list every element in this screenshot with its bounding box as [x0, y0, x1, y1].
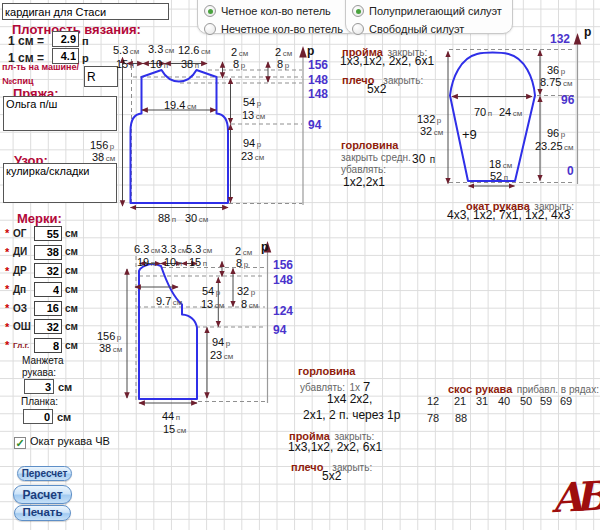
machine-gauge-input[interactable] [84, 66, 118, 87]
cuff-input[interactable] [24, 379, 54, 394]
band-input[interactable] [23, 409, 53, 424]
back-armhole-note-values: 1x3,1x2, 2x2, 6x1 [340, 55, 434, 69]
gauge-row1-label: 1 см = [8, 35, 44, 49]
stitch-parity-group: Четное кол-во петель Нечетное кол-во пет… [197, 0, 358, 34]
sleeve-cap-checkbox[interactable]: ✓Окат рукава ЧВ [14, 431, 110, 449]
measurement-label: ОЗ [13, 303, 34, 315]
dim-label: 15см [163, 420, 186, 436]
dim-label: 19п [137, 253, 155, 269]
measurement-label: ДИ [13, 246, 34, 258]
gauge-row1-unit: п [82, 35, 89, 48]
front-neck-note-title: горловина [298, 365, 355, 378]
dim-label: 8см [241, 295, 258, 311]
print-button[interactable]: Печать [14, 505, 71, 521]
required-asterisk: * [5, 321, 13, 334]
pattern-textarea[interactable]: кулирка/складки [3, 163, 117, 203]
dim-label: 15п [189, 253, 207, 269]
dim-label: 38п [181, 55, 199, 71]
recalculate-button[interactable]: Пересчет [17, 466, 72, 481]
yarn-textarea[interactable]: Ольга п/ш [3, 96, 117, 131]
measurement-unit: см [65, 265, 78, 277]
back-piece-outline [131, 70, 229, 203]
measurement-row: * Дп см [5, 282, 78, 297]
slope-row-number: 78 [427, 412, 439, 425]
dim-label: 96 [561, 91, 574, 107]
required-asterisk: * [5, 283, 13, 296]
dim-label: 148 [273, 271, 293, 287]
radio-label: Четное кол-во петель [221, 5, 331, 17]
dim-label: 10п [150, 55, 168, 71]
dim-label: 3.3см [148, 40, 174, 56]
sleeve-cap-note-values: 4x3, 1x2, 7x1, 1x2, 4x3 [447, 209, 570, 223]
dim-label: 8р [233, 55, 245, 71]
radio-icon [204, 5, 216, 17]
slope-row-number: 59 [540, 395, 552, 408]
measurements-list: * ОГ см * ДИ см * ДР см * Дп см * ОЗ см … [5, 226, 78, 357]
required-asterisk: * [5, 246, 13, 259]
dim-label: 94 [308, 116, 321, 132]
calculate-button[interactable]: Расчет [13, 485, 72, 504]
gauge-stitches-input[interactable] [52, 31, 79, 47]
measurement-unit: см [65, 321, 78, 333]
measurement-input[interactable] [34, 319, 62, 334]
radio-option[interactable]: Свободный силуэт [352, 20, 512, 38]
dim-label: 132 [550, 30, 570, 46]
measurement-input[interactable] [34, 226, 62, 241]
radio-option[interactable]: Нечетное кол-во петель [204, 20, 357, 38]
project-name-input[interactable] [2, 3, 169, 20]
measurement-unit: см [65, 246, 78, 258]
back-neck-note-sub2: убавлять: [341, 164, 386, 176]
front-neck-note-line3: 2x1, 2 п. через 1р [303, 409, 400, 423]
dim-label: 32см [420, 122, 443, 138]
dim-label: р [584, 23, 591, 39]
measurement-row: * Гл.г. см [5, 338, 78, 353]
front-neck-note-line2: 1x4 2x2, [327, 393, 372, 407]
measurement-input[interactable] [34, 245, 62, 260]
measurement-row: * ОГ см [5, 226, 78, 241]
measurements-heading: Мерки: [17, 212, 62, 227]
dim-label: 124 [273, 302, 293, 318]
back-neck-note-value: 30 п [412, 149, 435, 167]
dim-label: 38см [92, 148, 115, 164]
measurement-unit: см [65, 284, 78, 296]
measurement-row: * ДИ см [5, 245, 78, 260]
dim-label: 0 [567, 162, 574, 178]
radio-option[interactable]: Полуприлегающий силуэт [352, 2, 512, 20]
dim-label: 156 [308, 56, 328, 72]
front-piece-outline [139, 264, 197, 399]
slope-row-number: 12 [427, 395, 439, 408]
slope-row-number: 88 [455, 412, 467, 425]
cuff-unit: см [58, 381, 72, 394]
slope-row-number: 50 [520, 395, 532, 408]
required-asterisk: * [5, 265, 13, 278]
measurement-label: ОШ [13, 321, 34, 333]
measurement-input[interactable] [34, 282, 62, 297]
dim-label: 8р [277, 55, 289, 71]
measurement-unit: см [65, 303, 78, 315]
radio-icon [204, 23, 216, 35]
dim-label: 15п [116, 55, 134, 71]
slope-row-number: 69 [560, 395, 572, 408]
dim-label: 30см [185, 209, 208, 225]
measurement-input[interactable] [34, 263, 62, 278]
dim-label: 9.7см [156, 292, 182, 308]
dim-label: 88п [158, 209, 176, 225]
dim-label: 23см [210, 346, 233, 362]
measurement-input[interactable] [34, 301, 62, 316]
measurement-label: Дп [13, 284, 34, 296]
measurement-input[interactable] [34, 338, 62, 353]
measurement-row: * ОШ см [5, 319, 78, 334]
radio-option[interactable]: Четное кол-во петель [204, 2, 357, 20]
dim-label: 10п [164, 253, 182, 269]
radio-label: Полуприлегающий силуэт [369, 5, 502, 17]
dim-label: р [261, 238, 268, 254]
dim-label: 148 [308, 85, 328, 101]
back-shoulder-note-values: 5x2 [367, 83, 386, 97]
measurement-row: * ДР см [5, 263, 78, 278]
radio-label: Нечетное кол-во петель [221, 23, 343, 35]
dim-label: 19.4см [164, 96, 196, 112]
cuff-label-1: Манжета [22, 355, 63, 367]
dim-label: 23см [241, 147, 264, 163]
dim-label: 52п [490, 167, 508, 183]
slope-row-number: 31 [476, 395, 488, 408]
